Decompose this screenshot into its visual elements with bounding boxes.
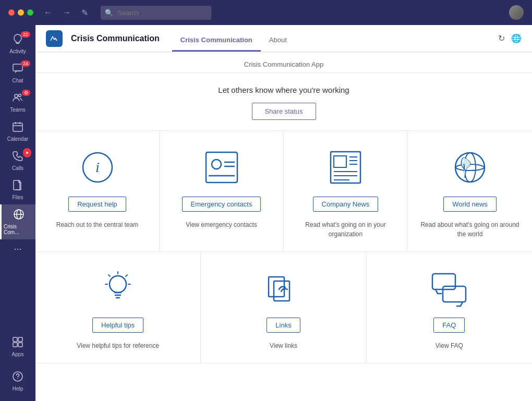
card-helpful-tips: Helpful tips View helpful tips for refer… [35,252,201,363]
sidebar-item-more[interactable]: ··· [0,239,35,260]
title-bar: ← → ✎ 🔍 [0,0,532,25]
emergency-contacts-icon [203,147,240,188]
chat-badge: 24 [21,60,30,67]
world-news-desc: Read about what's going on around the wo… [418,220,522,239]
sidebar-item-help[interactable]: Help [0,367,35,396]
sidebar-nav: 22 Activity 24 Chat ⚙ [0,25,35,401]
links-desc: View links [270,341,297,350]
sidebar-item-teams-label: Teams [10,107,25,113]
app-header: Crisis Communication Crisis Communicatio… [35,25,532,52]
company-news-button[interactable]: Company News [313,197,379,212]
teams-badge: ⚙ [22,90,30,96]
svg-point-3 [19,94,21,97]
sidebar-item-apps-label: Apps [12,351,24,357]
content-area: Crisis Communication Crisis Communicatio… [35,25,532,401]
world-news-button[interactable]: World news [443,197,497,212]
help-icon [12,371,23,385]
close-button[interactable] [8,9,15,16]
main-wrapper: 22 Activity 24 Chat ⚙ [0,25,532,401]
svg-point-30 [455,153,485,182]
links-button[interactable]: Links [267,318,300,333]
sidebar-item-calls[interactable]: • Calls [0,146,35,175]
emergency-contacts-button[interactable]: Emergency contacts [182,197,261,212]
faq-desc: View FAQ [436,341,463,350]
svg-rect-0 [16,43,19,44]
minimize-button[interactable] [18,9,24,16]
status-section: Let others know where you're working Sha… [35,73,532,131]
app-body: Crisis Communication App Let others know… [35,52,532,401]
sidebar-item-crisis[interactable]: Crisis Com... [0,204,35,239]
svg-rect-14 [49,33,59,44]
back-button[interactable]: ← [42,6,54,19]
app-title: Crisis Communication [71,34,160,43]
app-tabs: Crisis Communication About [172,25,295,52]
search-input[interactable] [101,6,211,20]
card-emergency-contacts: Emergency contacts View emergency contac… [160,131,284,251]
calls-badge: • [23,148,31,157]
globe-icon[interactable]: 🌐 [511,33,522,43]
activity-badge: 22 [21,31,30,38]
compose-button[interactable]: ✎ [79,6,90,20]
sidebar-item-help-label: Help [13,386,23,392]
card-links: Links View links [201,252,366,363]
app-icon [46,30,63,47]
calls-icon [12,150,23,164]
refresh-icon[interactable]: ↻ [498,33,505,43]
app-body-title: Crisis Communication App [35,52,532,73]
svg-point-18 [212,160,221,169]
svg-rect-11 [18,343,22,347]
sidebar-item-chat-label: Chat [12,78,23,83]
sidebar-item-calls-label: Calls [12,165,23,171]
helpful-tips-button[interactable]: Helpful tips [92,318,143,333]
svg-rect-23 [334,156,346,167]
sidebar-item-activity-label: Activity [9,48,26,54]
status-text: Let others know where you're working [46,86,522,94]
crisis-icon [13,209,25,223]
emergency-contacts-desc: View emergency contacts [186,220,257,229]
maximize-button[interactable] [27,9,33,16]
forward-button[interactable]: → [61,6,73,19]
faq-button[interactable]: FAQ [433,318,465,333]
cards-row-1: i Request help Reach out to the central … [35,131,532,252]
svg-line-34 [126,275,127,276]
sidebar-item-chat[interactable]: 24 Chat [0,58,35,88]
svg-point-13 [17,378,18,379]
sidebar-item-files-label: Files [12,195,23,200]
search-container: 🔍 [101,6,301,20]
svg-text:i: i [95,159,100,175]
sidebar-item-teams[interactable]: ⚙ Teams [0,88,35,117]
helpful-tips-desc: View helpful tips for reference [77,341,159,350]
avatar[interactable] [509,5,524,20]
header-actions: ↻ 🌐 [498,33,522,43]
svg-point-32 [110,276,126,293]
svg-rect-17 [206,152,237,183]
request-help-button[interactable]: Request help [68,197,126,212]
sidebar-item-files[interactable]: Files [0,175,35,204]
card-faq: FAQ View FAQ [367,252,532,363]
sidebar-item-activity[interactable]: 22 Activity [0,29,35,58]
tab-crisis-communication[interactable]: Crisis Communication [172,32,261,52]
share-status-button[interactable]: Share status [252,103,316,120]
sidebar-item-calendar-label: Calendar [7,136,29,142]
tab-about[interactable]: About [261,32,295,52]
apps-icon [12,336,23,350]
calendar-icon [12,121,23,135]
card-request-help: i Request help Reach out to the central … [35,131,160,251]
sidebar-item-calendar[interactable]: Calendar [0,117,35,146]
company-news-desc: Read what's going on in your organizatio… [294,220,397,239]
card-company-news: Company News Read what's going on in you… [284,131,408,251]
request-help-icon: i [79,147,116,188]
request-help-desc: Reach out to the central team [56,220,138,229]
world-news-icon [451,147,489,188]
svg-rect-9 [18,337,22,342]
faq-icon [430,268,468,309]
files-icon [12,179,23,193]
helpful-tips-icon [99,268,137,309]
cards-row-2: Helpful tips View helpful tips for refer… [35,252,532,363]
card-world-news: World news Read about what's going on ar… [408,131,532,251]
svg-line-36 [108,275,110,276]
svg-rect-4 [13,123,22,131]
svg-point-2 [15,94,18,98]
sidebar-item-apps[interactable]: Apps [0,332,35,361]
links-icon [264,268,302,309]
